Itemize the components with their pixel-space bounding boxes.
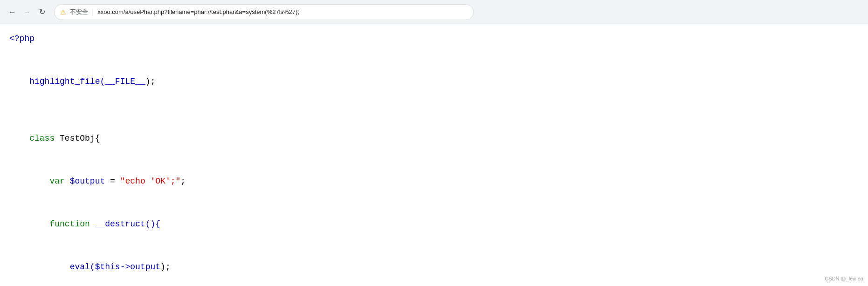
code-class-name: TestObj{ — [60, 134, 100, 143]
code-end-6: ; — [180, 177, 186, 186]
code-line-1: <?php — [9, 32, 859, 46]
code-line-7: function __destruct(){ — [9, 203, 859, 245]
code-end-3: ); — [145, 77, 156, 86]
code-line-3: highlight_file(__FILE__); — [9, 60, 859, 103]
reload-button[interactable]: ↻ — [35, 6, 48, 19]
code-op-6: = — [105, 177, 120, 186]
watermark: CSDN @_leyilea — [825, 276, 863, 281]
separator: | — [92, 8, 94, 16]
code-indent-8 — [29, 262, 69, 272]
code-func-eval: eval( — [70, 262, 95, 272]
code-var-output: $output — [70, 177, 105, 186]
code-var-this: $this->output — [95, 262, 160, 272]
code-func-destruct: __destruct(){ — [95, 219, 160, 229]
url-text: xxoo.com/a/usePhar.php?filename=phar://t… — [97, 8, 299, 15]
nav-buttons: ← → ↻ — [6, 6, 48, 19]
code-indent-7 — [29, 219, 49, 229]
address-bar[interactable]: ⚠ 不安全 | xxoo.com/a/usePhar.php?filename=… — [54, 4, 474, 20]
code-indent-6 — [29, 177, 49, 186]
forward-button[interactable]: → — [21, 6, 34, 19]
page-content: <?php highlight_file(__FILE__); class Te… — [0, 24, 868, 286]
warning-icon: ⚠ — [60, 8, 66, 16]
code-end-8: ); — [160, 262, 171, 272]
back-button[interactable]: ← — [6, 6, 19, 19]
code-kw-function: function — [49, 219, 95, 229]
code-line-blank-2 — [9, 103, 859, 117]
security-label: 不安全 — [70, 8, 88, 16]
browser-chrome: ← → ↻ ⚠ 不安全 | xxoo.com/a/usePhar.php?fil… — [0, 0, 868, 24]
code-line-blank-1 — [9, 46, 859, 61]
code-line-6: var $output = "echo 'OK';"; — [9, 160, 859, 203]
code-const-file: __FILE__ — [105, 77, 145, 86]
code-func-highlight: highlight_file( — [29, 77, 105, 86]
code-kw-class: class — [29, 134, 60, 143]
code-line-5: class TestObj{ — [9, 117, 859, 160]
code-kw-var: var — [49, 177, 69, 186]
code-line-8: eval($this->output); — [9, 245, 859, 286]
code-str-echo: "echo 'OK';" — [120, 177, 181, 186]
